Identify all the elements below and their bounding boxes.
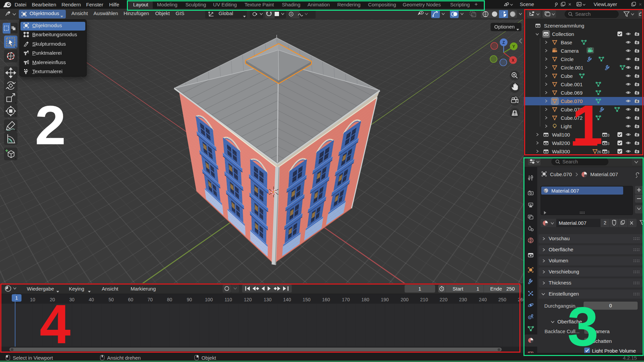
svg-text:X: X <box>512 58 514 63</box>
svg-text:Y: Y <box>512 44 515 49</box>
svg-text:ViewLayer: ViewLayer <box>594 1 617 7</box>
svg-text:Z: Z <box>502 40 505 45</box>
svg-text:Scene: Scene <box>520 1 534 7</box>
